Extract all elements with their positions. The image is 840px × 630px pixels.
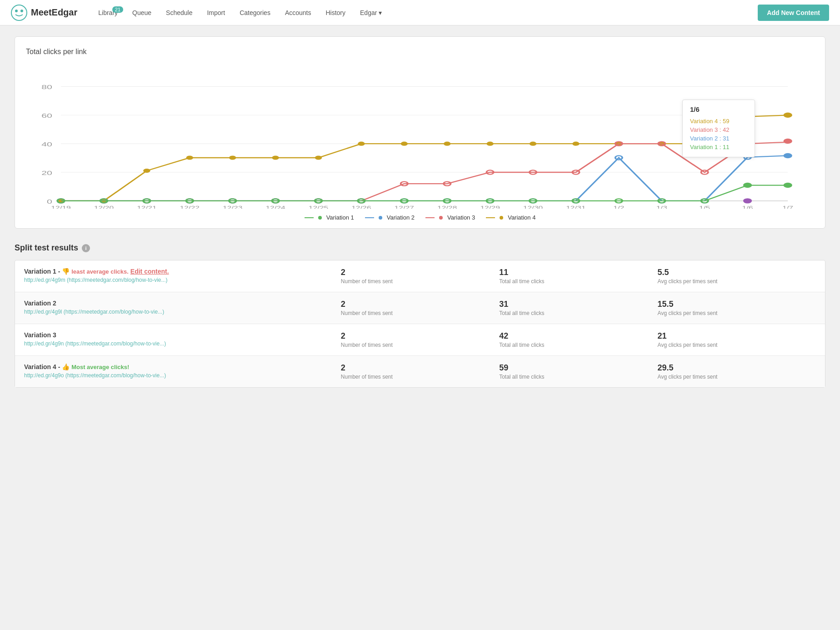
tooltip-row-v4: Variation 4 : 59 <box>690 117 747 125</box>
tooltip-row-v2: Variation 2 : 31 <box>690 134 747 143</box>
legend-variation4: Variation 4 <box>486 214 535 221</box>
svg-text:12/25: 12/25 <box>309 205 328 209</box>
svg-point-2 <box>20 10 23 12</box>
variation-4-cell: Variation 4 - 👍 Most average clicks! htt… <box>24 363 341 380</box>
variation-3-sent: 2 Number of times sent <box>341 331 499 348</box>
svg-point-34 <box>143 169 150 173</box>
svg-text:80: 80 <box>41 84 52 90</box>
variation-2-sent: 2 Number of times sent <box>341 300 499 316</box>
svg-text:12/27: 12/27 <box>395 205 414 209</box>
svg-point-39 <box>358 142 365 146</box>
legend-variation3: Variation 3 <box>425 214 475 221</box>
tooltip-row-v1: Variation 1 : 11 <box>690 143 747 151</box>
nav-categories[interactable]: Categories <box>233 5 277 20</box>
variation-1-avg: 5.5 Avg clicks per times sent <box>658 268 816 285</box>
edit-content-link[interactable]: Edit content. <box>130 268 169 275</box>
variation-4-avg: 29.5 Avg clicks per times sent <box>658 363 816 380</box>
table-row: Variation 3 http://ed.gr/4g9n (https://m… <box>15 324 825 356</box>
navbar: MeetEdgar Library 21 Queue Schedule Impo… <box>0 0 840 25</box>
svg-text:12/20: 12/20 <box>94 205 114 209</box>
legend-variation1: Variation 1 <box>305 214 354 221</box>
logo-label: MeetEdgar <box>31 7 77 18</box>
svg-text:1/7: 1/7 <box>782 205 793 209</box>
logo[interactable]: MeetEdgar <box>11 5 77 21</box>
legend-variation2: Variation 2 <box>365 214 415 221</box>
split-test-section-title: Split test results i <box>15 243 825 253</box>
variation-4-clicks: 59 Total all time clicks <box>499 363 657 380</box>
svg-point-49 <box>784 113 792 118</box>
svg-text:12/30: 12/30 <box>523 205 543 209</box>
results-table: Variation 1 - 👎 least average clicks. Ed… <box>15 260 825 388</box>
svg-point-67 <box>784 139 792 144</box>
svg-point-0 <box>11 5 27 20</box>
variation-1-cell: Variation 1 - 👎 least average clicks. Ed… <box>24 268 341 285</box>
svg-text:60: 60 <box>41 112 52 119</box>
svg-point-42 <box>486 142 493 146</box>
svg-point-44 <box>572 142 579 146</box>
variation-4-sent: 2 Number of times sent <box>341 363 499 380</box>
nav-links: Library 21 Queue Schedule Import Categor… <box>92 5 758 20</box>
chart-card: Total clicks per link 0 20 40 60 80 12/1 <box>15 36 825 229</box>
svg-point-103 <box>784 183 792 188</box>
svg-point-43 <box>530 142 536 146</box>
svg-text:1/3: 1/3 <box>656 205 667 209</box>
nav-history[interactable]: History <box>319 5 352 20</box>
svg-text:1/2: 1/2 <box>613 205 624 209</box>
chart-tooltip: 1/6 Variation 4 : 59 Variation 3 : 42 Va… <box>682 100 755 157</box>
logo-icon <box>11 5 27 21</box>
svg-point-104 <box>743 198 752 203</box>
variation-3-avg: 21 Avg clicks per times sent <box>658 331 816 348</box>
nav-import[interactable]: Import <box>200 5 231 20</box>
svg-text:12/19: 12/19 <box>51 205 70 209</box>
nav-library[interactable]: Library 21 <box>92 5 124 20</box>
svg-text:12/22: 12/22 <box>180 205 200 209</box>
chart-legend: Variation 1 Variation 2 Variation 3 Vari… <box>26 214 814 221</box>
svg-point-41 <box>444 142 450 146</box>
variation-3-cell: Variation 3 http://ed.gr/4g9n (https://m… <box>24 331 341 348</box>
variation-2-clicks: 31 Total all time clicks <box>499 300 657 316</box>
nav-schedule[interactable]: Schedule <box>160 5 199 20</box>
svg-text:20: 20 <box>41 170 52 176</box>
svg-point-35 <box>186 155 193 160</box>
svg-text:12/24: 12/24 <box>265 205 285 209</box>
svg-point-38 <box>315 155 322 160</box>
table-row: Variation 4 - 👍 Most average clicks! htt… <box>15 356 825 387</box>
svg-point-1 <box>15 10 18 12</box>
add-new-content-button[interactable]: Add New Content <box>758 5 829 21</box>
table-row: Variation 1 - 👎 least average clicks. Ed… <box>15 260 825 292</box>
info-icon[interactable]: i <box>82 244 90 252</box>
svg-point-102 <box>743 183 752 188</box>
svg-point-36 <box>229 155 236 160</box>
tooltip-date: 1/6 <box>690 105 747 113</box>
svg-text:12/29: 12/29 <box>480 205 500 209</box>
variation-3-clicks: 42 Total all time clicks <box>499 331 657 348</box>
svg-point-85 <box>784 153 792 158</box>
main-content: Total clicks per link 0 20 40 60 80 12/1 <box>0 25 840 399</box>
chart-area: 0 20 40 60 80 12/19 12/20 12/21 12/22 <box>26 63 814 209</box>
svg-text:12/26: 12/26 <box>351 205 371 209</box>
svg-text:12/23: 12/23 <box>223 205 242 209</box>
nav-queue[interactable]: Queue <box>126 5 158 20</box>
nav-accounts[interactable]: Accounts <box>279 5 318 20</box>
svg-point-40 <box>401 142 408 146</box>
svg-point-37 <box>272 155 279 160</box>
svg-text:12/31: 12/31 <box>566 205 585 209</box>
svg-text:0: 0 <box>47 198 52 205</box>
svg-text:12/28: 12/28 <box>437 205 457 209</box>
svg-text:12/21: 12/21 <box>137 205 156 209</box>
library-badge: 21 <box>112 6 123 13</box>
svg-text:40: 40 <box>41 141 52 147</box>
variation-2-avg: 15.5 Avg clicks per times sent <box>658 300 816 316</box>
svg-text:1/5: 1/5 <box>699 205 710 209</box>
variation-1-sent: 2 Number of times sent <box>341 268 499 285</box>
tooltip-row-v3: Variation 3 : 42 <box>690 125 747 134</box>
thumb-down-icon: 👎 <box>62 268 70 275</box>
chart-title: Total clicks per link <box>26 48 814 56</box>
svg-text:1/6: 1/6 <box>742 205 753 209</box>
nav-edgar[interactable]: Edgar ▾ <box>354 5 388 20</box>
thumb-up-icon: 👍 <box>62 363 70 370</box>
variation-1-clicks: 11 Total all time clicks <box>499 268 657 285</box>
variation-2-cell: Variation 2 http://ed.gr/4g9l (https://m… <box>24 300 341 316</box>
table-row: Variation 2 http://ed.gr/4g9l (https://m… <box>15 292 825 324</box>
